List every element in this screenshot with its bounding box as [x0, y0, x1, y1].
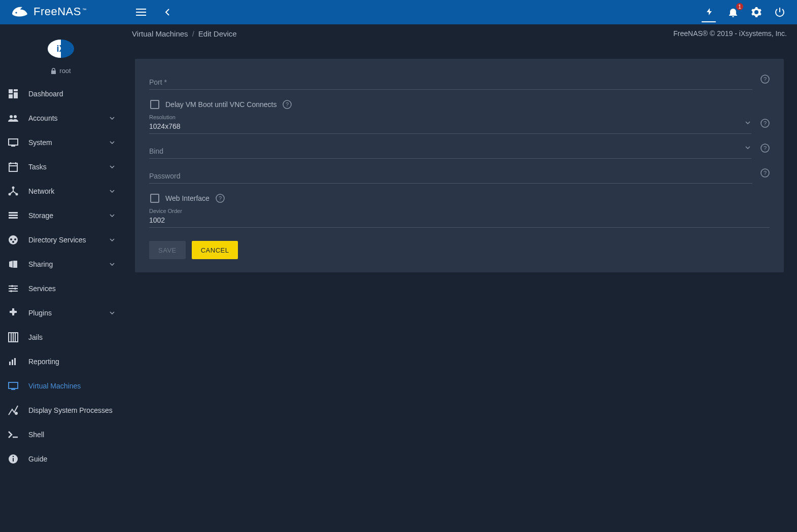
- chevron-down-icon: [110, 214, 115, 217]
- svg-rect-6: [14, 92, 18, 98]
- cancel-button[interactable]: Cancel: [192, 241, 238, 259]
- help-icon[interactable]: ?: [283, 100, 292, 109]
- svg-rect-34: [13, 458, 14, 462]
- svg-rect-11: [11, 146, 15, 147]
- svg-point-32: [15, 412, 18, 415]
- main-area: Virtual Machines / Edit Device FreeNAS® …: [122, 24, 797, 532]
- port-input[interactable]: [149, 76, 752, 90]
- sidebar-user: root: [0, 67, 122, 75]
- sidebar-item-network[interactable]: Network: [0, 179, 122, 203]
- sidebar-item-label: Storage: [28, 211, 110, 220]
- svg-rect-29: [14, 358, 16, 365]
- topbar: FreeNAS™ 1: [0, 0, 797, 24]
- help-icon[interactable]: ?: [760, 75, 770, 84]
- svg-text:iX: iX: [56, 44, 65, 54]
- notifications-icon[interactable]: 1: [727, 6, 739, 18]
- sidebar-item-procs[interactable]: Display System Processes: [0, 398, 122, 422]
- sidebar-item-label: Reporting: [28, 358, 115, 366]
- sidebar-item-label: Virtual Machines: [28, 382, 115, 391]
- svg-point-23: [11, 285, 13, 287]
- bind-select[interactable]: [149, 145, 751, 159]
- sidebar-item-label: Services: [28, 285, 115, 293]
- sidebar-item-label: Plugins: [28, 309, 110, 317]
- brand-logo: FreeNAS™: [0, 0, 122, 24]
- power-icon[interactable]: [774, 6, 786, 18]
- save-button[interactable]: Save: [149, 241, 186, 259]
- sidebar-item-guide[interactable]: Guide: [0, 447, 122, 471]
- svg-rect-28: [12, 360, 13, 365]
- svg-rect-12: [9, 163, 17, 171]
- sidebar-item-sharing[interactable]: Sharing: [0, 252, 122, 276]
- svg-point-8: [10, 115, 13, 118]
- resolution-select[interactable]: [149, 120, 751, 134]
- chevron-down-icon: [110, 141, 115, 144]
- svg-point-21: [14, 238, 16, 240]
- svg-rect-4: [9, 89, 13, 93]
- web-interface-checkbox[interactable]: [150, 194, 159, 203]
- tasks-icon: [7, 162, 19, 172]
- breadcrumb-parent[interactable]: Virtual Machines: [132, 29, 188, 38]
- svg-rect-7: [9, 94, 13, 98]
- web-interface-label: Web Interface: [165, 194, 210, 202]
- sidebar: iX root DashboardAccountsSystemTasksNetw…: [0, 24, 122, 532]
- menu-toggle-icon[interactable]: [135, 6, 147, 18]
- dashboard-icon: [7, 89, 19, 99]
- plugins-icon: [7, 308, 19, 318]
- delay-boot-checkbox[interactable]: [150, 100, 159, 109]
- sidebar-item-label: Sharing: [28, 260, 110, 269]
- sidebar-item-vm[interactable]: Virtual Machines: [0, 374, 122, 398]
- procs-icon: [7, 405, 19, 415]
- svg-rect-17: [9, 215, 18, 216]
- sidebar-item-services[interactable]: Services: [0, 276, 122, 301]
- svg-text:?: ?: [764, 120, 767, 126]
- sidebar-item-label: Directory Services: [28, 236, 110, 244]
- accounts-icon: [7, 115, 19, 122]
- freenas-shark-icon: [11, 5, 28, 19]
- help-icon[interactable]: ?: [216, 194, 225, 203]
- sidebar-item-directory[interactable]: Directory Services: [0, 228, 122, 252]
- settings-gear-icon[interactable]: [750, 6, 763, 18]
- sidebar-item-plugins[interactable]: Plugins: [0, 301, 122, 325]
- brand-text: FreeNAS: [33, 5, 81, 18]
- sidebar-item-reporting[interactable]: Reporting: [0, 349, 122, 374]
- sidebar-user-name: root: [59, 67, 71, 75]
- svg-point-22: [12, 241, 14, 243]
- sidebar-item-accounts[interactable]: Accounts: [0, 106, 122, 130]
- chevron-down-icon: [110, 117, 115, 120]
- sidebar-item-system[interactable]: System: [0, 130, 122, 155]
- sidebar-item-label: Shell: [28, 431, 115, 439]
- chevron-down-icon: [110, 263, 115, 266]
- storage-icon: [7, 211, 19, 220]
- help-icon[interactable]: ?: [760, 144, 770, 153]
- sidebar-header: iX root: [0, 24, 122, 82]
- sidebar-item-tasks[interactable]: Tasks: [0, 155, 122, 179]
- svg-point-25: [10, 290, 12, 292]
- svg-text:?: ?: [219, 195, 222, 201]
- sidebar-item-label: Tasks: [28, 163, 110, 171]
- svg-rect-18: [9, 217, 18, 219]
- sidebar-item-shell[interactable]: Shell: [0, 422, 122, 447]
- jails-icon: [7, 332, 19, 342]
- password-input[interactable]: [149, 170, 752, 184]
- back-chevron-icon[interactable]: [161, 6, 174, 18]
- services-icon: [7, 285, 19, 293]
- guide-icon: [7, 454, 19, 464]
- svg-rect-31: [11, 389, 15, 390]
- sidebar-item-storage[interactable]: Storage: [0, 203, 122, 228]
- sharing-icon: [7, 260, 19, 268]
- svg-rect-10: [9, 139, 18, 145]
- help-icon[interactable]: ?: [760, 119, 770, 128]
- svg-text:?: ?: [764, 170, 767, 176]
- sidebar-item-label: Jails: [28, 333, 115, 342]
- sidebar-item-dashboard[interactable]: Dashboard: [0, 82, 122, 106]
- help-icon[interactable]: ?: [760, 168, 770, 178]
- sidebar-item-jails[interactable]: Jails: [0, 325, 122, 349]
- sidebar-item-label: Guide: [28, 455, 115, 464]
- device-order-input[interactable]: [149, 214, 770, 228]
- svg-point-35: [13, 456, 14, 457]
- directory-icon: [7, 235, 19, 245]
- svg-point-9: [14, 115, 17, 118]
- device-order-label: Device Order: [149, 208, 182, 214]
- theme-icon[interactable]: [704, 6, 716, 18]
- svg-point-24: [14, 288, 16, 290]
